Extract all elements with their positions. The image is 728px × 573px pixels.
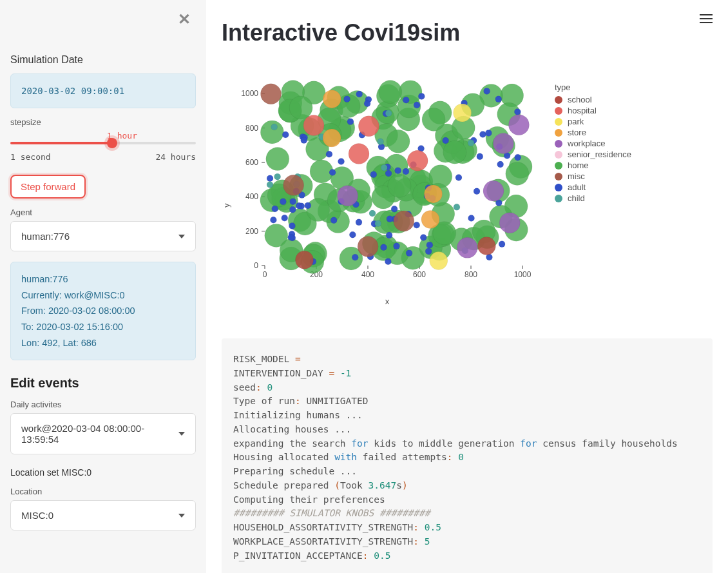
svg-point-177 [356, 91, 363, 97]
svg-point-173 [380, 244, 387, 251]
scatter-plot[interactable]: 0200400600800100002004006008001000 [233, 79, 542, 285]
svg-point-231 [271, 124, 278, 130]
svg-point-249 [323, 129, 341, 147]
svg-point-180 [386, 232, 392, 238]
svg-point-201 [443, 137, 449, 144]
legend-label: hospital [568, 106, 597, 115]
legend-swatch [555, 129, 562, 137]
slider-thumb[interactable] [107, 138, 117, 148]
svg-point-160 [338, 159, 345, 165]
svg-point-162 [515, 154, 521, 160]
svg-point-118 [388, 174, 411, 197]
svg-point-230 [381, 164, 387, 171]
agent-info-card: human:776 Currently: work@MISC:0 From: 2… [10, 262, 196, 360]
legend-swatch [555, 151, 562, 159]
svg-point-105 [289, 96, 312, 119]
legend-swatch [555, 107, 562, 115]
svg-point-239 [358, 116, 379, 137]
daily-activities-selected: work@2020-03-04 08:00:00-13:59:54 [21, 423, 178, 445]
legend-label: store [568, 128, 586, 137]
svg-point-101 [266, 148, 289, 171]
svg-point-197 [425, 248, 432, 255]
svg-point-187 [385, 258, 391, 265]
svg-point-213 [385, 170, 392, 177]
legend-item: park [555, 117, 631, 126]
legend-swatch [555, 140, 562, 148]
svg-point-100 [307, 199, 330, 222]
svg-point-229 [274, 173, 281, 180]
svg-text:800: 800 [245, 124, 258, 133]
svg-point-157 [349, 231, 356, 238]
svg-point-210 [296, 202, 302, 209]
svg-point-212 [347, 119, 354, 125]
legend-swatch [555, 162, 562, 170]
svg-point-167 [403, 168, 409, 175]
stepsize-slider[interactable]: 1 hour 1 second 24 hours [10, 131, 196, 162]
svg-text:400: 400 [245, 192, 258, 201]
svg-point-248 [323, 90, 341, 108]
page-title: Interactive Covi19sim [222, 19, 713, 46]
simulation-date-value: 2020-03-02 09:00:01 [10, 73, 196, 108]
svg-point-208 [288, 234, 294, 240]
location-set-text: Location set MISC:0 [10, 467, 196, 478]
legend-item: senior_residence [555, 150, 631, 159]
svg-point-93 [260, 121, 283, 144]
svg-point-236 [338, 186, 358, 206]
svg-point-152 [474, 188, 480, 195]
svg-point-195 [414, 102, 420, 108]
svg-text:800: 800 [465, 270, 477, 279]
svg-point-153 [289, 223, 295, 229]
svg-point-185 [394, 243, 400, 249]
svg-point-237 [493, 133, 513, 153]
agent-label: Agent [10, 208, 196, 217]
svg-point-222 [468, 140, 474, 146]
svg-point-205 [395, 168, 401, 174]
svg-point-155 [418, 93, 425, 99]
svg-text:200: 200 [245, 227, 258, 236]
legend-item: adult [555, 182, 631, 192]
svg-text:400: 400 [361, 270, 374, 279]
svg-point-134 [497, 161, 504, 168]
svg-text:1000: 1000 [514, 270, 532, 279]
legend-title: type [555, 83, 631, 92]
stepsize-max: 24 hours [155, 152, 196, 162]
step-forward-button[interactable]: Step forward [10, 175, 86, 199]
svg-point-202 [270, 217, 276, 223]
menu-icon[interactable] [700, 12, 713, 26]
agent-info-id: human:776 [21, 271, 185, 287]
legend-swatch [555, 96, 562, 104]
legend-label: adult [568, 182, 586, 192]
legend-item: school [555, 95, 631, 104]
stepsize-min: 1 second [10, 152, 51, 162]
agent-select[interactable]: human:776 [10, 221, 196, 251]
simulation-date-label: Simulation Date [10, 54, 196, 66]
svg-point-150 [495, 96, 502, 102]
svg-point-245 [394, 211, 414, 231]
svg-point-188 [426, 242, 433, 248]
agent-info-currently: Currently: work@MISC:0 [21, 287, 185, 304]
svg-point-226 [369, 210, 376, 217]
svg-point-219 [385, 110, 392, 117]
location-select[interactable]: MISC:0 [10, 500, 196, 530]
svg-point-139 [282, 131, 289, 138]
svg-point-240 [303, 115, 324, 135]
svg-point-196 [272, 206, 278, 212]
svg-point-228 [454, 204, 460, 210]
svg-point-251 [477, 237, 495, 255]
svg-point-138 [352, 254, 358, 260]
svg-point-149 [326, 151, 332, 157]
svg-point-166 [479, 131, 486, 137]
agent-info-lonlat: Lon: 492, Lat: 686 [21, 335, 185, 351]
svg-point-183 [414, 222, 420, 228]
svg-point-246 [260, 84, 281, 104]
legend-label: workplace [568, 139, 606, 148]
sidebar: ✕ Simulation Date 2020-03-02 09:00:01 st… [0, 0, 206, 573]
main: Interactive Covi19sim y 0200400600800100… [206, 0, 728, 573]
slider-track[interactable] [10, 142, 196, 144]
close-icon[interactable]: ✕ [178, 10, 191, 28]
svg-point-204 [282, 215, 288, 221]
svg-point-206 [403, 97, 409, 103]
daily-activities-select[interactable]: work@2020-03-04 08:00:00-13:59:54 [10, 413, 196, 454]
daily-activities-label: Daily activites [10, 400, 196, 409]
svg-point-194 [485, 130, 492, 136]
